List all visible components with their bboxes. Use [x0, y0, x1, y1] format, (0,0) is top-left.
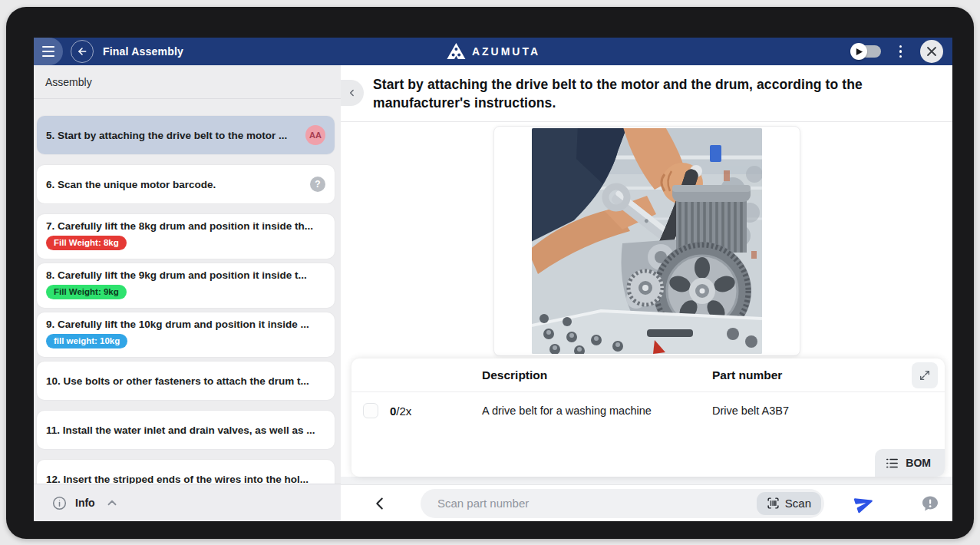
collapse-sidebar-tab[interactable] [341, 80, 364, 106]
paper-plane-icon [853, 490, 878, 516]
sidebar-item-step-11[interactable]: 11. Install the water inlet and drain va… [37, 411, 335, 449]
play-icon [850, 43, 867, 60]
parts-table: Description Part number 0/2x [351, 358, 945, 477]
sidebar-section-label: Assembly [34, 65, 341, 99]
sidebar-item-step-12[interactable]: 12. Insert the stripped ends of the wire… [37, 460, 335, 484]
instruction-header: Start by attaching the drive belt to the… [341, 65, 952, 122]
bom-label: BOM [906, 457, 931, 469]
sidebar-item-step-6[interactable]: 6. Scan the unique motor barcode. ? [37, 165, 335, 203]
scan-input-wrap: Scan [421, 489, 824, 518]
chevron-left-icon [347, 88, 358, 98]
fill-weight-badge: Fill Weight: 9kg [46, 285, 127, 299]
expand-icon [919, 369, 931, 382]
quantity-cell: 0/2x [390, 405, 482, 418]
send-button[interactable] [855, 494, 875, 514]
part-checkbox[interactable] [363, 403, 378, 418]
chevron-left-icon [371, 495, 388, 512]
step-label: 9. Carefully lift the 10kg drum and posi… [46, 319, 325, 330]
bom-button[interactable]: BOM [875, 449, 945, 477]
step-label: 12. Insert the stripped ends of the wire… [46, 474, 325, 484]
azumuta-logo-text: AZUMUTA [472, 45, 540, 58]
azumuta-logo: AZUMUTA [446, 38, 540, 65]
step-label: 11. Install the water inlet and drain va… [46, 424, 325, 436]
close-icon [926, 46, 937, 57]
step-label: 7. Carefully lift the 8kg drum and posit… [46, 220, 325, 232]
divider-strip [341, 477, 952, 484]
previous-step-button[interactable] [371, 495, 388, 512]
hamburger-menu-button[interactable] [34, 38, 63, 65]
kebab-menu-icon[interactable] [895, 42, 907, 61]
sidebar-item-step-10[interactable]: 10. Use bolts or other fasteners to atta… [37, 362, 335, 400]
alert-bubble-icon [921, 494, 939, 513]
part-number-cell: Drive belt A3B7 [712, 405, 945, 417]
info-toggle[interactable]: Info [34, 484, 341, 521]
device-frame: Final Assembly AZUMUTA [6, 7, 974, 539]
back-button[interactable] [71, 40, 94, 63]
info-icon [52, 496, 67, 510]
step-label: 5. Start by attaching the drive belt to … [46, 130, 299, 141]
column-header-part-number: Part number [712, 368, 902, 382]
scan-button-label: Scan [785, 497, 811, 510]
play-toggle[interactable] [853, 45, 881, 58]
step-image-section [341, 122, 952, 358]
step-photo [532, 128, 762, 354]
app-window: Final Assembly AZUMUTA [34, 38, 952, 521]
table-row: 0/2x A drive belt for a washing machine … [351, 392, 945, 429]
description-cell: A drive belt for a washing machine [482, 405, 712, 417]
sidebar-item-step-9[interactable]: 9. Carefully lift the 10kg drum and posi… [37, 312, 335, 357]
fill-weight-badge: Fill Weight: 8kg [46, 236, 127, 250]
report-issue-button[interactable] [921, 494, 939, 513]
step-label: 10. Use bolts or other fasteners to atta… [46, 375, 325, 387]
step-image-card[interactable] [493, 126, 800, 356]
chevron-up-icon [105, 496, 119, 510]
fill-weight-badge: fill weight: 10kg [46, 334, 127, 348]
instruction-text: Start by attaching the drive belt to the… [373, 75, 931, 112]
barcode-scan-icon [767, 497, 780, 510]
expand-table-button[interactable] [912, 362, 938, 388]
step-label: 6. Scan the unique motor barcode. [46, 179, 304, 190]
sidebar-item-step-8[interactable]: 8. Carefully lift the 9kg drum and posit… [37, 263, 335, 308]
steps-sidebar: Assembly 5. Start by attaching the drive… [34, 65, 341, 521]
list-icon [886, 457, 899, 469]
step-label: 8. Carefully lift the 9kg drum and posit… [46, 269, 325, 281]
column-header-description: Description [482, 368, 712, 382]
scan-button[interactable]: Scan [757, 492, 821, 515]
arrow-left-icon [76, 45, 88, 58]
info-label: Info [75, 497, 95, 509]
help-icon: ? [310, 177, 325, 192]
close-button[interactable] [920, 40, 943, 63]
scan-bar: Scan [341, 484, 952, 521]
azumuta-logo-icon [446, 42, 466, 61]
table-header-row: Description Part number [351, 358, 945, 392]
sidebar-item-step-7[interactable]: 7. Carefully lift the 8kg drum and posit… [37, 214, 335, 259]
top-bar: Final Assembly AZUMUTA [34, 38, 952, 65]
step-content: Start by attaching the drive belt to the… [341, 65, 952, 521]
step-list: 5. Start by attaching the drive belt to … [34, 99, 341, 484]
sidebar-item-step-5[interactable]: 5. Start by attaching the drive belt to … [37, 116, 335, 154]
page-title: Final Assembly [103, 45, 183, 58]
avatar: AA [305, 125, 325, 145]
